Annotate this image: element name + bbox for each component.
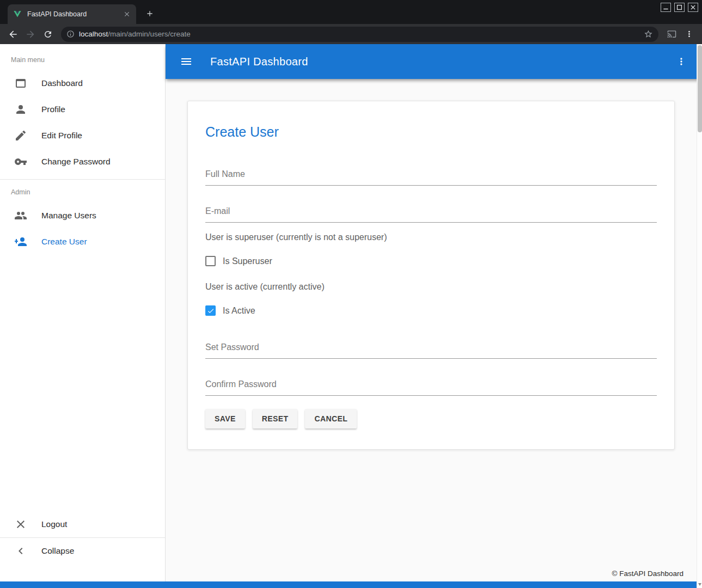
sidebar-item-profile[interactable]: Profile <box>0 96 165 122</box>
url-text: localhost/main/admin/users/create <box>79 30 191 38</box>
sidebar-item-label: Edit Profile <box>41 131 82 140</box>
scrollbar-down-arrow-icon[interactable] <box>698 583 701 586</box>
sidebar-item-collapse[interactable]: Collapse <box>0 538 165 564</box>
input-underline <box>205 185 657 186</box>
cast-icon[interactable] <box>664 27 679 42</box>
set-password-field[interactable]: Set Password <box>205 342 657 359</box>
full-name-field[interactable]: Full Name <box>205 169 657 186</box>
confirm-password-field[interactable]: Confirm Password <box>205 379 657 396</box>
active-checkbox-row: Is Active <box>205 305 657 316</box>
confirm-password-label: Confirm Password <box>205 379 657 389</box>
browser-tab[interactable]: FastAPI Dashboard <box>8 4 136 24</box>
create-user-card: Create User Full Name E-mail User is sup… <box>187 101 675 450</box>
email-field[interactable]: E-mail <box>205 206 657 223</box>
url-bar[interactable]: localhost/main/admin/users/create <box>61 27 658 42</box>
app-toolbar: FastAPI Dashboard <box>166 44 702 79</box>
browser-titlebar: FastAPI Dashboard <box>0 0 702 24</box>
sidebar-item-label: Manage Users <box>41 211 96 220</box>
chevron-left-icon <box>14 544 27 558</box>
sidebar-item-manage-users[interactable]: Manage Users <box>0 203 165 229</box>
page-title: Create User <box>205 124 657 140</box>
active-checkbox[interactable] <box>205 305 216 316</box>
person-add-icon <box>14 235 27 248</box>
sidebar-item-label: Dashboard <box>41 78 83 88</box>
browser-navbar: localhost/main/admin/users/create <box>0 24 702 44</box>
input-underline <box>205 358 657 359</box>
page-scrollbar[interactable] <box>697 44 702 588</box>
window-close-button[interactable] <box>688 3 698 12</box>
forward-icon[interactable] <box>23 27 38 42</box>
person-icon <box>14 103 27 116</box>
full-name-label: Full Name <box>205 169 657 179</box>
input-underline <box>205 395 657 396</box>
scrollbar-thumb[interactable] <box>698 45 702 132</box>
toolbar-overflow-menu-icon[interactable] <box>672 52 691 71</box>
sidebar: Main menu Dashboard Profile Edit Profile <box>0 44 166 581</box>
reset-button[interactable]: RESET <box>253 409 298 428</box>
active-checkbox-label: Is Active <box>223 306 255 316</box>
page-content: Create User Full Name E-mail User is sup… <box>166 79 702 565</box>
sidebar-item-label: Logout <box>41 519 67 529</box>
sidebar-item-create-user[interactable]: Create User <box>0 229 165 255</box>
reload-icon[interactable] <box>40 27 56 42</box>
save-button[interactable]: SAVE <box>205 409 245 428</box>
app-title: FastAPI Dashboard <box>210 56 308 68</box>
vue-logo-icon <box>13 10 22 19</box>
dashboard-icon <box>14 77 27 90</box>
sidebar-item-edit-profile[interactable]: Edit Profile <box>0 122 165 149</box>
input-underline <box>205 222 657 223</box>
bookmark-star-icon[interactable] <box>644 29 653 39</box>
cancel-button[interactable]: CANCEL <box>305 409 357 428</box>
url-path: /main/admin/users/create <box>108 30 191 38</box>
pencil-icon <box>14 129 27 142</box>
footer: © FastAPI Dashboard <box>166 565 702 581</box>
superuser-hint: User is superuser (currently is not a su… <box>205 232 657 242</box>
window-minimize-button[interactable] <box>661 3 671 12</box>
sidebar-item-label: Profile <box>41 105 65 114</box>
sidebar-item-logout[interactable]: Logout <box>0 511 165 537</box>
superuser-checkbox-row: Is Superuser <box>205 256 657 266</box>
superuser-checkbox-label: Is Superuser <box>223 256 272 266</box>
sidebar-item-change-password[interactable]: Change Password <box>0 149 165 175</box>
close-icon <box>14 518 27 531</box>
sidebar-section-admin: Admin <box>0 180 165 203</box>
footer-accent-bar <box>0 581 702 588</box>
people-icon <box>14 209 27 222</box>
tab-close-icon[interactable] <box>122 9 132 19</box>
sidebar-item-label: Change Password <box>41 157 111 167</box>
sidebar-item-label: Create User <box>41 237 87 247</box>
back-icon[interactable] <box>5 27 21 42</box>
site-info-icon[interactable] <box>66 30 75 38</box>
footer-copyright: © FastAPI Dashboard <box>612 569 683 578</box>
hamburger-menu-icon[interactable] <box>176 52 196 71</box>
email-label: E-mail <box>205 206 657 216</box>
main-area: FastAPI Dashboard Create User Full Name … <box>166 44 702 581</box>
form-actions: SAVE RESET CANCEL <box>205 409 657 428</box>
browser-menu-icon[interactable] <box>681 27 697 42</box>
key-icon <box>14 155 27 168</box>
window-maximize-button[interactable] <box>674 3 685 12</box>
superuser-checkbox[interactable] <box>205 256 216 266</box>
active-hint: User is active (currently active) <box>205 282 657 292</box>
sidebar-item-label: Collapse <box>41 546 74 556</box>
sidebar-item-dashboard[interactable]: Dashboard <box>0 70 165 96</box>
new-tab-button[interactable] <box>143 7 157 21</box>
set-password-label: Set Password <box>205 342 657 352</box>
app-root: Main menu Dashboard Profile Edit Profile <box>0 44 702 588</box>
url-host: localhost <box>79 30 108 38</box>
window-controls <box>661 3 698 12</box>
sidebar-spacer <box>0 255 165 511</box>
tab-title: FastAPI Dashboard <box>27 10 122 18</box>
sidebar-section-main-menu: Main menu <box>0 44 165 70</box>
